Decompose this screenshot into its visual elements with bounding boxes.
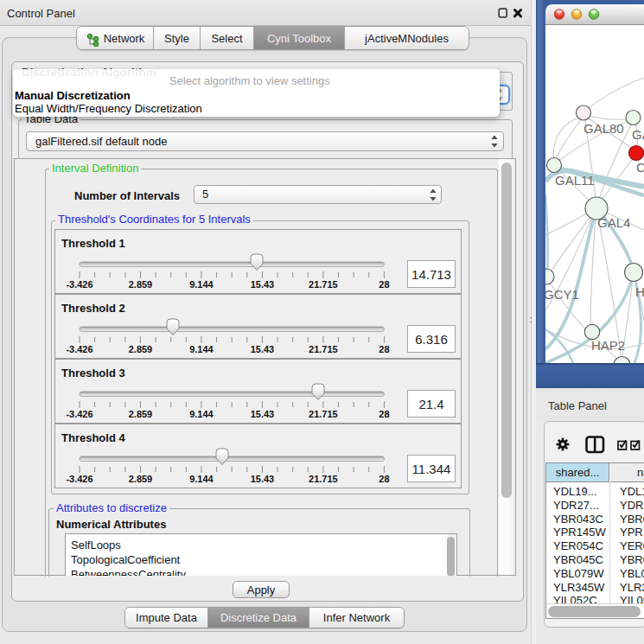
svg-text:-3.426: -3.426 <box>66 344 92 354</box>
svg-text:H: H <box>635 284 644 299</box>
svg-text:-3.426: -3.426 <box>66 409 92 419</box>
svg-text:GA: GA <box>632 127 644 142</box>
svg-text:28: 28 <box>379 474 389 484</box>
svg-text:-3.426: -3.426 <box>66 474 92 484</box>
svg-text:21.715: 21.715 <box>309 279 338 290</box>
svg-text:9.144: 9.144 <box>189 279 214 290</box>
svg-text:C: C <box>636 160 644 175</box>
svg-text:2.859: 2.859 <box>129 474 153 484</box>
svg-text:21.715: 21.715 <box>309 344 338 354</box>
svg-text:9.144: 9.144 <box>189 409 214 419</box>
svg-text:15.43: 15.43 <box>251 279 275 290</box>
svg-text:2.859: 2.859 <box>129 344 153 354</box>
svg-text:15.43: 15.43 <box>251 409 275 419</box>
svg-text:21.715: 21.715 <box>309 409 338 419</box>
svg-text:2.859: 2.859 <box>129 409 153 419</box>
svg-text:GAL4: GAL4 <box>597 215 630 230</box>
svg-text:9.144: 9.144 <box>189 344 214 354</box>
svg-text:GAL80: GAL80 <box>583 121 624 136</box>
svg-text:9.144: 9.144 <box>189 474 214 484</box>
svg-text:28: 28 <box>379 279 389 290</box>
svg-text:2.859: 2.859 <box>129 279 153 290</box>
svg-text:GAL11: GAL11 <box>555 173 595 188</box>
svg-text:15.43: 15.43 <box>251 474 275 484</box>
svg-text:15.43: 15.43 <box>251 344 275 354</box>
svg-text:-3.426: -3.426 <box>66 279 92 290</box>
svg-text:GCY1: GCY1 <box>545 287 579 302</box>
svg-text:28: 28 <box>379 344 389 354</box>
svg-text:21.715: 21.715 <box>309 474 338 484</box>
svg-text:28: 28 <box>379 409 389 419</box>
svg-text:HAP2: HAP2 <box>591 338 625 353</box>
